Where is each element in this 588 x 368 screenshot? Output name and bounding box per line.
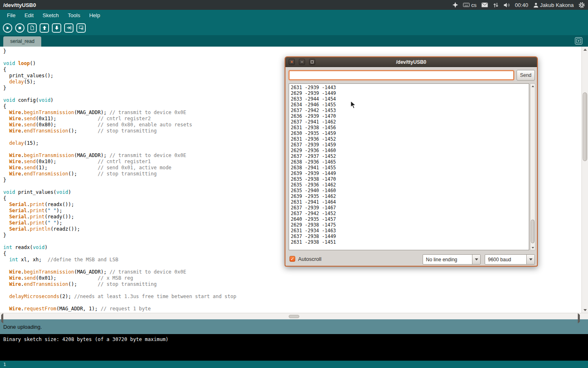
clock[interactable]: 00:40 — [515, 2, 528, 8]
serial-line: 2636 -2939 -1470 — [291, 113, 527, 119]
code-line: Wire.beginTransmission(MAG_ADDR); // tra… — [3, 269, 580, 275]
menu-sketch[interactable]: Sketch — [38, 11, 63, 20]
menu-file[interactable]: File — [2, 11, 20, 20]
serial-line: 2637 -2942 -1452 — [291, 211, 527, 216]
close-button[interactable]: × — [289, 59, 295, 65]
serial-line: 2640 -2935 -1457 — [291, 216, 527, 222]
save-button[interactable] — [52, 23, 61, 33]
line-ending-dropdown[interactable]: No line ending — [423, 254, 481, 265]
horizontal-scrollbar-grip[interactable] — [289, 315, 299, 318]
scroll-right-button[interactable] — [578, 315, 580, 322]
stop-button[interactable] — [15, 23, 24, 33]
serial-scroll-up-button[interactable] — [530, 84, 535, 88]
arrow-right-icon — [67, 25, 71, 30]
user-name: Jakub Kakona — [540, 2, 574, 8]
code-line — [3, 300, 580, 306]
stop-icon — [18, 26, 22, 30]
status-message: Done uploading. — [3, 324, 42, 330]
arrow-up-icon — [42, 25, 47, 30]
network-traffic-icon[interactable] — [493, 2, 499, 8]
serial-line: 2630 -2935 -1459 — [291, 130, 527, 136]
serial-line: 2637 -2937 -1452 — [291, 153, 527, 159]
serial-monitor-controls: ✓ Autoscroll No line ending 9600 baud — [285, 254, 537, 265]
upload-button[interactable] — [64, 23, 74, 33]
new-document-icon — [30, 25, 35, 30]
serial-line: 2635 -2936 -1462 — [291, 182, 527, 188]
autoscroll-checkbox[interactable]: ✓ — [290, 256, 295, 262]
volume-icon[interactable] — [503, 2, 510, 8]
serial-line: 2637 -2939 -1459 — [291, 142, 527, 148]
serial-output[interactable]: 2631 -2939 -14432629 -2939 -14492633 -29… — [289, 83, 529, 250]
serial-monitor-icon — [79, 25, 84, 30]
code-line: Wire.requestFrom(MAG_ADDR, 1); // reques… — [3, 306, 580, 312]
serial-monitor-titlebar[interactable]: × – /dev/ttyUSB0 — [285, 57, 537, 67]
serial-line: 2629 -2938 -1475 — [291, 222, 527, 228]
serial-input[interactable] — [289, 70, 514, 80]
serial-line: 2637 -2942 -1453 — [291, 108, 527, 113]
menu-edit[interactable]: Edit — [20, 11, 38, 20]
serial-vertical-scrollbar-thumb[interactable] — [531, 220, 535, 243]
serial-line: 2629 -2936 -1460 — [291, 148, 527, 153]
arrow-down-icon — [54, 25, 59, 30]
serial-line: 2633 -2944 -1454 — [291, 96, 527, 102]
baud-rate-value: 9600 baud — [485, 255, 526, 264]
chevron-down-icon — [526, 255, 535, 264]
tab-menu-icon — [576, 38, 581, 43]
serial-line: 2634 -2946 -1455 — [291, 102, 527, 108]
scroll-down-button[interactable] — [582, 307, 588, 313]
editor-horizontal-scrollbar — [0, 313, 588, 319]
maximize-button[interactable] — [309, 59, 315, 65]
tab-menu-button[interactable] — [575, 37, 582, 45]
mail-indicator-icon[interactable] — [481, 2, 488, 7]
keyboard-layout-label: cs — [471, 2, 477, 8]
autoscroll-label: Autoscroll — [298, 256, 321, 262]
serial-line: 2638 -2941 -1455 — [291, 165, 527, 171]
open-button[interactable] — [40, 23, 49, 33]
build-console: Binary sketch size: 4208 bytes (of a 307… — [0, 334, 588, 361]
console-text: Binary sketch size: 4208 bytes (of a 307… — [3, 337, 169, 342]
menu-bar: File Edit Sketch Tools Help — [0, 10, 588, 20]
serial-line: 2635 -2938 -1470 — [291, 176, 527, 182]
tab-serial-read[interactable]: serial_read — [3, 36, 41, 47]
menu-help[interactable]: Help — [85, 11, 105, 20]
system-panel: /dev/ttyUSB0 cs 00:40 Jakub Kakona — [0, 0, 588, 10]
code-line — [3, 287, 580, 294]
menu-tools[interactable]: Tools — [63, 11, 85, 20]
send-button[interactable]: Send — [517, 70, 535, 81]
serial-scroll-down-button[interactable] — [530, 245, 535, 250]
serial-monitor-button[interactable] — [76, 23, 86, 33]
session-gear-icon[interactable] — [579, 2, 585, 8]
indicator-icon[interactable] — [452, 2, 458, 8]
serial-output-text: 2631 -2939 -14432629 -2939 -14492633 -29… — [289, 84, 529, 246]
serial-line: 2631 -2934 -1463 — [291, 228, 527, 233]
user-menu[interactable]: Jakub Kakona — [533, 2, 574, 8]
current-line-number: 1 — [3, 362, 6, 367]
window-title: /dev/ttyUSB0 — [3, 2, 36, 8]
verify-button[interactable] — [3, 23, 12, 33]
serial-line: 2637 -2939 -1467 — [291, 205, 527, 211]
tab-bar: serial_read — [0, 35, 588, 47]
editor-vertical-scrollbar-thumb[interactable] — [583, 92, 587, 161]
baud-rate-dropdown[interactable]: 9600 baud — [485, 254, 535, 265]
serial-line: 2631 -2936 -1452 — [291, 136, 527, 142]
play-icon — [5, 26, 10, 30]
keyboard-layout-indicator[interactable]: cs — [463, 2, 477, 8]
code-line: delayMicroseconds(2); //needs at least 1… — [3, 294, 580, 300]
editor-vertical-scrollbar — [581, 47, 588, 313]
code-line: Wire.endTransmission(); // stop transmit… — [3, 281, 580, 287]
minimize-button[interactable]: – — [299, 59, 305, 65]
mouse-cursor — [350, 101, 356, 111]
serial-line: 2639 -2935 -1462 — [291, 193, 527, 199]
serial-line: 2637 -2938 -1449 — [291, 233, 527, 239]
serial-line: 2637 -2941 -1462 — [291, 119, 527, 125]
system-tray: cs 00:40 Jakub Kakona — [452, 2, 585, 8]
keyboard-icon — [463, 2, 470, 7]
serial-line: 2631 -2938 -1456 — [291, 125, 527, 130]
serial-vertical-scrollbar — [530, 83, 535, 250]
code-line: Wire.send(0x01); // x MSB reg — [3, 275, 580, 281]
scroll-up-button[interactable] — [582, 47, 588, 52]
scroll-left-button[interactable] — [1, 315, 3, 322]
window-controls: × – — [289, 59, 315, 65]
serial-line: 2631 -2938 -1451 — [291, 239, 527, 245]
new-sketch-button[interactable] — [27, 23, 37, 33]
